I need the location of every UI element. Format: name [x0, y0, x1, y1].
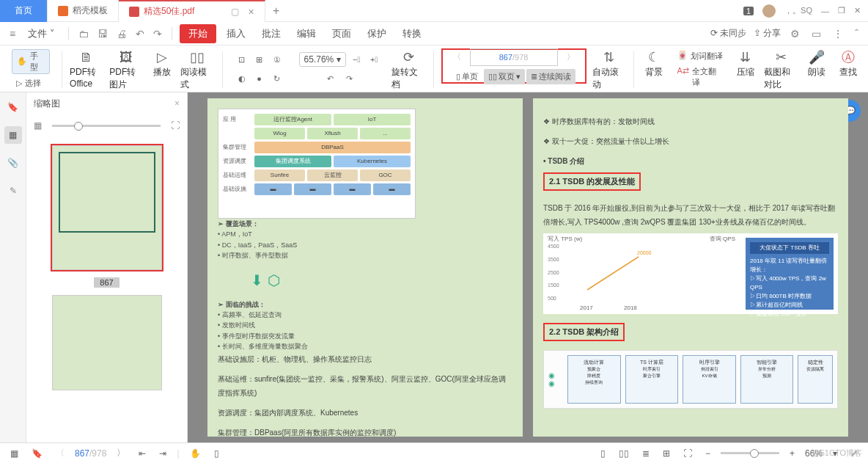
- thumb-expand-icon[interactable]: ⛶: [171, 120, 180, 131]
- status-first-icon[interactable]: ⇤: [136, 448, 149, 459]
- status-thumbnails-icon[interactable]: ▦: [7, 448, 21, 459]
- prev-page-icon[interactable]: 〈: [449, 51, 466, 62]
- fit-width-icon[interactable]: ⊡: [235, 52, 249, 67]
- menu-protect[interactable]: 保护: [361, 24, 392, 43]
- zoom-combo[interactable]: 65.76% ▾: [299, 52, 347, 67]
- window-minimize-icon[interactable]: —: [821, 7, 829, 15]
- thumb-grid-icon[interactable]: ▦: [34, 120, 42, 131]
- page-input[interactable]: 867/978: [470, 48, 558, 66]
- compare-button[interactable]: ✂截图和对比: [764, 48, 798, 91]
- pdf-to-image-button[interactable]: 🖼PDF转图片: [109, 48, 143, 91]
- rotate-left-icon[interactable]: ↶: [323, 71, 338, 86]
- document-viewport[interactable]: 💬 应 用运行监控AgentIoT WlogXflush... 集群管理DBPa…: [188, 92, 868, 442]
- zoom-slider[interactable]: [721, 452, 779, 454]
- single-page-button[interactable]: ▯ 单页: [452, 69, 482, 84]
- share-button[interactable]: ⇪ 分享: [754, 27, 781, 40]
- new-tab-button[interactable]: +: [265, 4, 287, 18]
- night-icon[interactable]: ●: [252, 71, 267, 86]
- double-page-button[interactable]: ▯▯ 双页 ▾: [484, 69, 525, 84]
- settings-icon[interactable]: ⚙: [788, 28, 802, 40]
- zoom-out-icon[interactable]: −⃝: [349, 52, 364, 67]
- architecture-diagram: ◉◉ 流动计算预聚合降精度持续查询 TS 计算层时序索引聚合引擎 时序引擎倒排索…: [543, 350, 838, 409]
- tab-current-doc[interactable]: 精选50佳.pdf ▢ ×: [119, 0, 265, 22]
- window-restore-icon[interactable]: ❐: [838, 6, 845, 15]
- collapse-ribbon-icon[interactable]: ˆ: [853, 28, 861, 40]
- select-tool[interactable]: ▷ 选择: [12, 77, 45, 90]
- skin-icon[interactable]: ▭: [809, 28, 823, 40]
- tab-popup-icon[interactable]: ▢: [231, 7, 239, 17]
- actual-size-icon[interactable]: ①: [270, 52, 284, 67]
- read-mode-button[interactable]: ▯▯阅读模式: [180, 48, 214, 91]
- full-translate-button[interactable]: A⇄全文翻译: [677, 66, 723, 88]
- background-button[interactable]: ☾背景: [641, 48, 667, 79]
- status-view1-icon[interactable]: ▯: [597, 448, 608, 459]
- status-prev-icon[interactable]: 〈: [53, 447, 67, 459]
- close-panel-icon[interactable]: ×: [174, 98, 180, 109]
- sidebar-attachment-icon[interactable]: 📎: [4, 154, 22, 172]
- zoom-out-icon[interactable]: −: [702, 448, 713, 459]
- zoom-in-icon[interactable]: +⃝: [367, 52, 381, 67]
- pdf-page-left: 应 用运行监控AgentIoT WlogXflush... 集群管理DBPaaS…: [207, 98, 523, 437]
- status-view2-icon[interactable]: ▯▯: [616, 448, 632, 459]
- menu-edit[interactable]: 编辑: [291, 24, 322, 43]
- zoom-in-icon[interactable]: +: [787, 448, 798, 459]
- thumbnail-page[interactable]: [52, 145, 162, 270]
- status-view4-icon[interactable]: ⊞: [660, 448, 673, 459]
- find-icon: Ⓐ: [839, 48, 857, 66]
- chart-side-panel: 大促状态下 TSDB 吞吐 2018 年双 11 读写吞吐量翻倍增长： ▷写入 …: [746, 238, 834, 310]
- user-name: ，。SQ: [784, 5, 812, 16]
- save-icon[interactable]: 🖫: [95, 28, 110, 40]
- rotate-doc-icon: ⟳: [400, 48, 417, 66]
- menu-start[interactable]: 开始: [180, 24, 216, 43]
- window-close-icon[interactable]: ✕: [854, 6, 861, 15]
- sync-status[interactable]: ⟳ 未同步: [710, 27, 746, 40]
- autoscroll-button[interactable]: ⇅自动滚动: [592, 48, 626, 91]
- file-menu[interactable]: 文件 ˅: [22, 24, 61, 43]
- fit-page-icon[interactable]: ⊞: [252, 52, 267, 67]
- read-aloud-button[interactable]: 🎤朗读: [804, 48, 830, 79]
- watermark: @51CTO博客: [812, 448, 862, 459]
- compress-button[interactable]: ⇊压缩: [733, 48, 759, 79]
- menu-insert[interactable]: 插入: [221, 24, 251, 43]
- menu-page[interactable]: 页面: [326, 24, 357, 43]
- rotate-right-icon[interactable]: ↷: [342, 71, 357, 86]
- next-page-icon[interactable]: 〉: [562, 51, 579, 62]
- notification-badge[interactable]: 1: [743, 7, 754, 15]
- menu-convert[interactable]: 转换: [397, 24, 427, 43]
- avatar[interactable]: [762, 4, 776, 18]
- tab-home[interactable]: 首页: [0, 0, 48, 22]
- word-translate-button[interactable]: 🀄划词翻译: [677, 51, 723, 62]
- status-last-icon[interactable]: ⇥: [156, 448, 169, 459]
- sidebar-thumbnails-icon[interactable]: ▦: [4, 126, 22, 144]
- play-button[interactable]: ▷播放: [150, 48, 175, 79]
- refresh-icon[interactable]: ↻: [270, 71, 284, 86]
- continuous-button[interactable]: ≣ 连续阅读: [526, 69, 575, 84]
- find-button[interactable]: Ⓐ查找: [835, 48, 861, 79]
- app-menu-icon[interactable]: ≡: [7, 28, 18, 40]
- tab-close-icon[interactable]: ×: [248, 6, 254, 18]
- status-select-icon[interactable]: ▯: [211, 448, 222, 459]
- pdf-to-office-button[interactable]: 🗎PDF转Office: [70, 48, 103, 89]
- rotate-doc-button[interactable]: ⟳旋转文档: [391, 48, 425, 91]
- status-bookmark-icon[interactable]: 🔖: [29, 448, 45, 459]
- status-next-icon[interactable]: 〉: [114, 447, 128, 459]
- status-fit-icon[interactable]: ⛶: [680, 448, 695, 459]
- status-view3-icon[interactable]: ≣: [639, 448, 652, 459]
- tab-docer-template[interactable]: 稻壳模板: [48, 0, 119, 22]
- menu-annotate[interactable]: 批注: [256, 24, 287, 43]
- undo-icon[interactable]: ↶: [133, 28, 147, 40]
- thumbnail-page[interactable]: [52, 295, 162, 390]
- status-hand-icon[interactable]: ✋: [187, 448, 204, 459]
- print-icon[interactable]: 🖨: [114, 28, 129, 40]
- tsdb-chart: 写入 TPS (w) 查询 QPS 5001500250035004500 20…: [543, 233, 838, 314]
- more-icon[interactable]: ⋮: [831, 28, 845, 40]
- sidebar-bookmark-icon[interactable]: 🔖: [4, 98, 22, 116]
- pdf-page-right: ❖ 时序数据库特有的：发散时间线 ❖ 双十一大促：突然流量十倍以上增长 • TS…: [533, 98, 848, 437]
- open-icon[interactable]: 🗀: [76, 28, 91, 40]
- sidebar-signature-icon[interactable]: ✎: [4, 182, 22, 200]
- redo-icon[interactable]: ↷: [151, 28, 164, 40]
- thumb-size-slider[interactable]: [52, 125, 161, 127]
- status-page-info[interactable]: 867/978: [75, 448, 106, 459]
- reflow-icon[interactable]: ◐: [235, 71, 249, 86]
- hand-tool[interactable]: ✋ 手型: [12, 49, 50, 74]
